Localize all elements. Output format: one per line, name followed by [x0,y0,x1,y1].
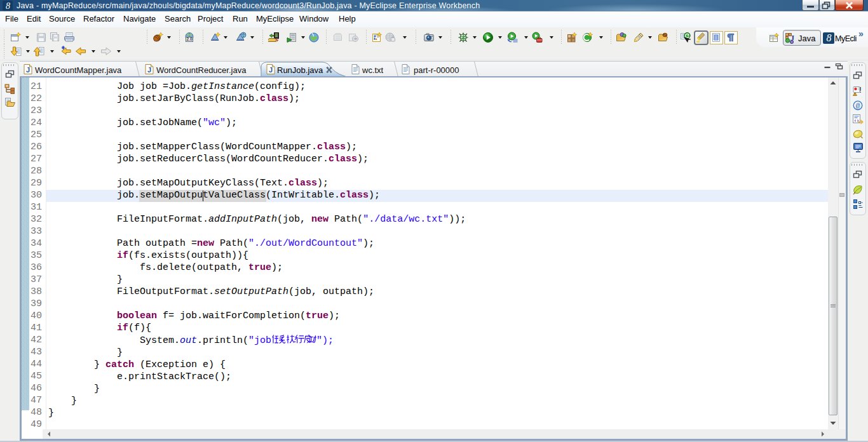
svg-text:@: @ [856,102,860,110]
svg-text:J: J [26,66,30,74]
svg-text:8: 8 [6,1,10,11]
svg-text:J: J [269,66,273,74]
svg-text:8: 8 [827,32,832,43]
svg-text:J: J [790,34,794,43]
svg-text:J: J [147,66,151,74]
svg-text:2.0: 2.0 [186,37,192,41]
